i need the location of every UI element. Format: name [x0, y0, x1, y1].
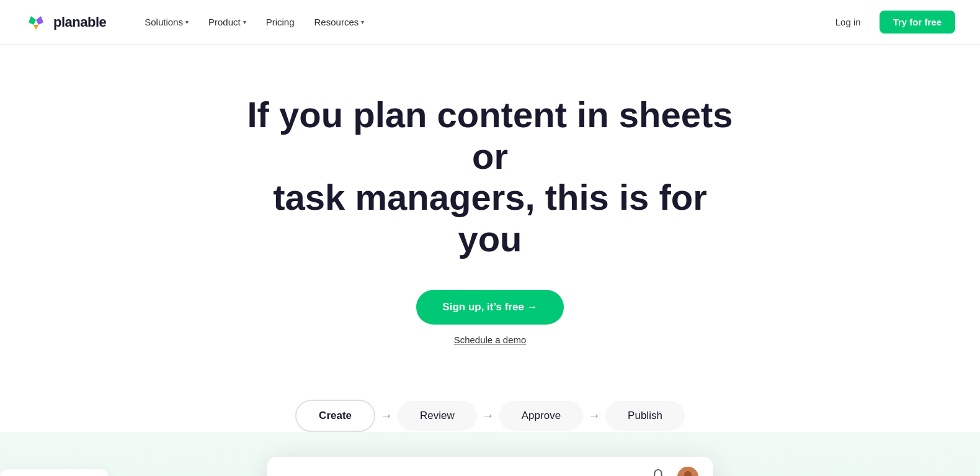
- signup-button[interactable]: Sign up, it’s free →: [416, 290, 563, 325]
- bell-icon: [651, 469, 665, 476]
- workflow-step-create[interactable]: Create: [295, 400, 375, 432]
- hero-cta-group: Sign up, it’s free → Schedule a demo: [12, 290, 968, 345]
- main-nav: planable Solutions ▾ Product ▾ Pricing R…: [0, 0, 980, 45]
- toolbar-right: [651, 467, 698, 476]
- nav-solutions[interactable]: Solutions ▾: [136, 12, 197, 32]
- nav-resources[interactable]: Resources ▾: [306, 12, 373, 32]
- nav-right: Log in Try for free: [827, 11, 955, 34]
- chevron-down-icon: ▾: [361, 19, 364, 25]
- hero-section: If you plan content in sheets or task ma…: [0, 45, 980, 370]
- logo-icon: [25, 11, 47, 34]
- app-window: Filter & sort Media Library + Compose: [267, 457, 713, 476]
- nav-product[interactable]: Product ▾: [200, 12, 255, 32]
- brand-name: planable: [53, 14, 106, 30]
- calendar-tabs: Month Week: [0, 469, 109, 476]
- nav-links: Solutions ▾ Product ▾ Pricing Resources …: [136, 12, 827, 32]
- chevron-down-icon: ▾: [185, 19, 189, 25]
- avatar-image: [677, 467, 698, 476]
- chevron-down-icon: ▾: [243, 19, 246, 25]
- calendar-preview: Month Week THU 4 f: [0, 469, 109, 476]
- demo-area: Month Week THU 4 f ↻: [0, 432, 980, 476]
- logo-link[interactable]: planable: [25, 11, 106, 34]
- workflow-step-review[interactable]: Review: [398, 401, 477, 431]
- demo-link[interactable]: Schedule a demo: [454, 335, 527, 345]
- app-toolbar: [267, 457, 713, 476]
- nav-pricing[interactable]: Pricing: [257, 12, 303, 32]
- arrow-icon: →: [380, 408, 393, 423]
- workflow-tabs: Create → Review → Approve → Publish: [211, 400, 769, 432]
- workflow-step-approve[interactable]: Approve: [499, 401, 583, 431]
- avatar[interactable]: [677, 467, 698, 476]
- try-free-button[interactable]: Try for free: [880, 11, 955, 34]
- arrow-icon: →: [588, 408, 600, 423]
- login-button[interactable]: Log in: [827, 12, 870, 32]
- bell-button[interactable]: [651, 469, 665, 476]
- arrow-icon: →: [482, 408, 494, 423]
- workflow-step-publish[interactable]: Publish: [605, 401, 685, 431]
- hero-headline: If you plan content in sheets or task ma…: [242, 94, 738, 260]
